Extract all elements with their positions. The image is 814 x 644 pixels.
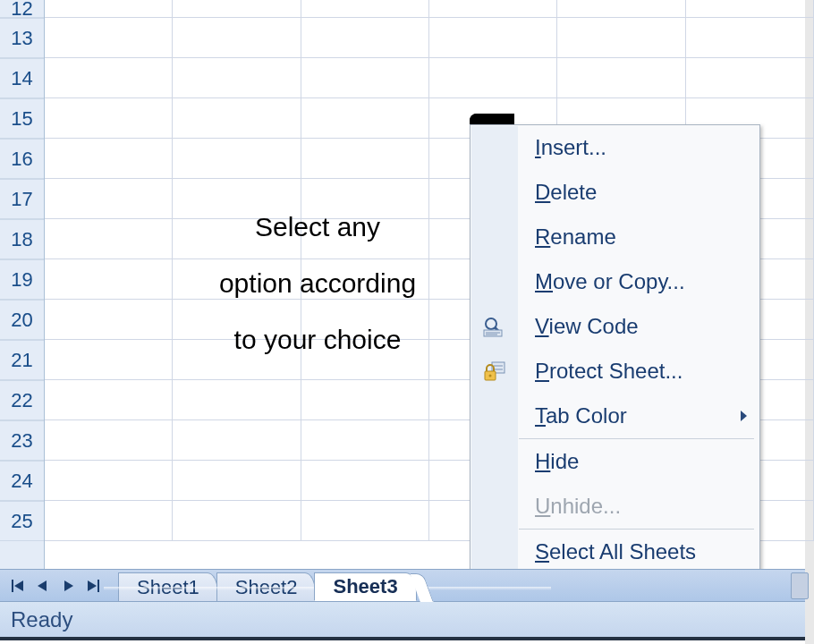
menu-item-label: Delete <box>535 180 597 205</box>
vertical-scrollbar-thumb[interactable] <box>791 572 809 599</box>
nav-prev-button[interactable] <box>32 575 54 597</box>
cell[interactable] <box>301 58 429 97</box>
sheet-tabs: Sheet1Sheet2Sheet3 <box>118 570 415 601</box>
svg-rect-15 <box>98 580 99 592</box>
sheet-nav-buttons <box>0 570 111 601</box>
cell[interactable] <box>45 461 173 500</box>
menu-item-unhide: Unhide... <box>471 484 759 529</box>
menu-item-protect-sheet[interactable]: Protect Sheet... <box>471 349 759 394</box>
cell[interactable] <box>301 501 429 540</box>
annotation-line: Select any <box>174 199 461 255</box>
cell[interactable] <box>301 18 429 57</box>
cell[interactable] <box>173 461 301 500</box>
svg-marker-11 <box>14 580 23 591</box>
row-header[interactable]: 21 <box>0 340 44 380</box>
annotation-line: option according <box>174 255 461 311</box>
cell[interactable] <box>301 420 429 460</box>
cell[interactable] <box>429 58 557 97</box>
menu-item-label: Insert... <box>535 135 606 160</box>
row-header[interactable]: 25 <box>0 501 44 541</box>
cell[interactable] <box>173 0 301 17</box>
menu-item-label: Rename <box>535 225 616 250</box>
cell[interactable] <box>45 18 173 57</box>
cell[interactable] <box>45 98 173 138</box>
cell[interactable] <box>45 380 173 419</box>
menu-item-insert[interactable]: Insert... <box>471 125 759 170</box>
menu-item-label: View Code <box>535 314 639 339</box>
cell[interactable] <box>429 0 557 17</box>
row-header[interactable]: 12 <box>0 0 44 18</box>
annotation-line: to your choice <box>174 311 461 368</box>
nav-last-button[interactable] <box>82 575 104 597</box>
menu-item-label: Protect Sheet... <box>535 359 683 384</box>
nav-next-button[interactable] <box>57 575 79 597</box>
submenu-arrow-icon <box>741 411 747 421</box>
cell[interactable] <box>45 501 173 540</box>
cell[interactable] <box>429 18 557 57</box>
status-ready: Ready <box>11 607 72 632</box>
cell[interactable] <box>45 179 173 218</box>
cell[interactable] <box>557 0 685 17</box>
cell[interactable] <box>173 501 301 540</box>
cell[interactable] <box>173 18 301 57</box>
menu-item-delete[interactable]: Delete <box>471 170 759 215</box>
row-header-column: 1213141516171819202122232425 <box>0 0 45 569</box>
cell[interactable] <box>173 380 301 419</box>
viewcode-icon <box>481 314 506 339</box>
cell[interactable] <box>45 219 173 258</box>
row-header[interactable]: 23 <box>0 420 44 461</box>
cell[interactable] <box>45 340 173 379</box>
cell[interactable] <box>173 420 301 460</box>
cell[interactable] <box>173 98 301 138</box>
row-header[interactable]: 22 <box>0 380 44 420</box>
row-header[interactable]: 13 <box>0 18 44 58</box>
menu-item-rename[interactable]: Rename <box>471 215 759 259</box>
menu-item-label: Unhide... <box>535 494 621 519</box>
menu-item-label: Tab Color <box>535 403 627 428</box>
status-bar: Ready <box>0 601 805 637</box>
sheet-tab-sheet3[interactable]: Sheet3 <box>314 572 416 601</box>
menu-item-tab-color[interactable]: Tab Color <box>471 394 759 438</box>
instruction-annotation: Select any option according to your choi… <box>174 199 461 368</box>
row-header[interactable]: 20 <box>0 300 44 340</box>
menu-item-select-all-sheets[interactable]: Select All Sheets <box>471 530 759 574</box>
menu-item-move-or-copy[interactable]: Move or Copy... <box>471 259 759 304</box>
cell[interactable] <box>45 139 173 178</box>
cell[interactable] <box>301 461 429 500</box>
menu-item-label: Select All Sheets <box>535 539 696 564</box>
row-header[interactable]: 17 <box>0 179 44 219</box>
sheet-tab-context-menu: Insert...DeleteRenameMove or Copy...View… <box>470 124 760 575</box>
sheet-tab-bar: Sheet1Sheet2Sheet3 <box>0 569 805 601</box>
cell[interactable] <box>686 0 814 17</box>
cell[interactable] <box>173 139 301 178</box>
cell[interactable] <box>557 18 685 57</box>
svg-point-9 <box>489 375 492 377</box>
cell[interactable] <box>173 58 301 97</box>
row-header[interactable]: 15 <box>0 98 44 139</box>
svg-marker-14 <box>88 580 97 591</box>
svg-rect-10 <box>12 580 13 592</box>
svg-marker-12 <box>38 580 47 591</box>
cell[interactable] <box>686 18 814 57</box>
menu-item-hide[interactable]: Hide <box>471 439 759 484</box>
row-header[interactable]: 24 <box>0 461 44 501</box>
menu-item-view-code[interactable]: View Code <box>471 304 759 349</box>
row-header[interactable]: 14 <box>0 58 44 98</box>
row-header[interactable]: 19 <box>0 259 44 300</box>
row-header[interactable]: 16 <box>0 139 44 179</box>
cell[interactable] <box>557 58 685 97</box>
row-header[interactable]: 18 <box>0 219 44 259</box>
cell[interactable] <box>301 0 429 17</box>
nav-first-button[interactable] <box>7 575 29 597</box>
menu-item-label: Hide <box>535 449 579 474</box>
cell[interactable] <box>45 58 173 97</box>
cell[interactable] <box>301 380 429 419</box>
cell[interactable] <box>301 98 429 138</box>
cell[interactable] <box>45 420 173 460</box>
cell[interactable] <box>45 0 173 17</box>
sheet-tab-label: Sheet3 <box>333 575 397 598</box>
cell[interactable] <box>686 58 814 97</box>
cell[interactable] <box>45 259 173 299</box>
cell[interactable] <box>45 300 173 339</box>
cell[interactable] <box>301 139 429 178</box>
